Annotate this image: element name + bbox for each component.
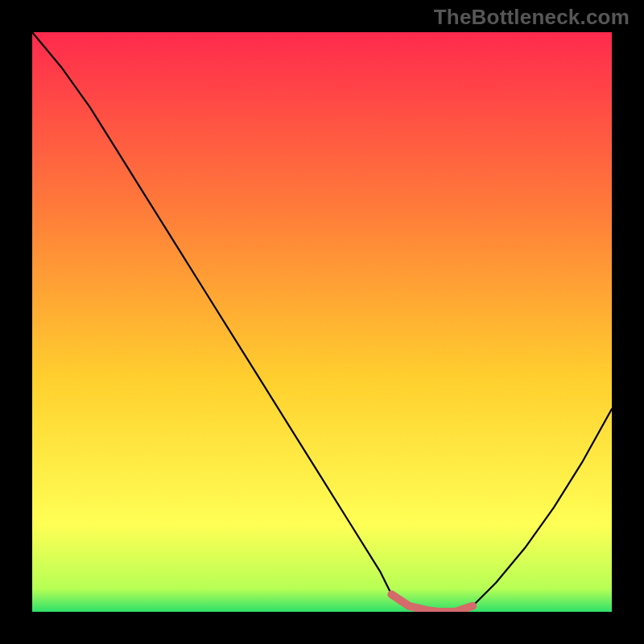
plot-svg <box>32 32 612 612</box>
plot-area <box>32 32 612 612</box>
gradient-background <box>32 32 612 612</box>
watermark-text: TheBottleneck.com <box>434 5 630 30</box>
chart-container: TheBottleneck.com <box>0 0 644 644</box>
